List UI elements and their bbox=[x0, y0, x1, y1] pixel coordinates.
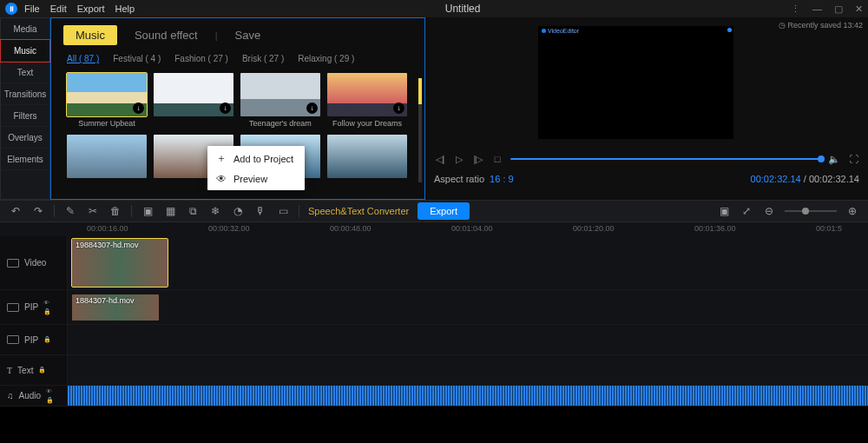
ruler-tick: 00:01:20.00 bbox=[573, 224, 615, 233]
track-lane[interactable] bbox=[68, 325, 868, 354]
pip-clip[interactable]: 1884307-hd.mov bbox=[72, 294, 159, 321]
corner-dot-icon bbox=[727, 28, 732, 32]
video-clip[interactable]: 19884307-hd.mov bbox=[72, 239, 168, 287]
video-track-icon bbox=[7, 259, 19, 268]
crop-icon[interactable]: ▣ bbox=[141, 205, 155, 217]
zoom-in-icon[interactable]: ⊕ bbox=[845, 205, 859, 217]
track-lane[interactable]: 19884307-hd.mov bbox=[68, 236, 868, 289]
timecode-total: 00:02:32.14 bbox=[809, 174, 859, 184]
ctx-preview[interactable]: 👁 Preview bbox=[207, 169, 305, 188]
thumb-label: Teenager's dream bbox=[240, 119, 320, 128]
music-thumb[interactable] bbox=[67, 135, 147, 178]
freeze-icon[interactable]: ❄ bbox=[208, 205, 222, 217]
filter-brisk[interactable]: Brisk ( 27 ) bbox=[242, 54, 284, 64]
zoom-out-icon[interactable]: ⊖ bbox=[762, 205, 776, 217]
screenshot-icon[interactable]: ▣ bbox=[717, 205, 731, 217]
sidebar-item-text[interactable]: Text bbox=[1, 62, 49, 83]
music-thumb[interactable]: ↓ Teenager's dream bbox=[240, 73, 320, 128]
stop-button[interactable]: □ bbox=[491, 153, 503, 165]
plus-icon: ＋ bbox=[216, 151, 227, 166]
sidebar-item-media[interactable]: Media bbox=[1, 18, 49, 40]
sidebar-item-elements[interactable]: Elements bbox=[1, 149, 49, 170]
sidebar-item-transitions[interactable]: Transitions bbox=[1, 83, 49, 105]
volume-icon[interactable]: 🔈 bbox=[828, 153, 840, 165]
eye-icon: 👁 bbox=[216, 173, 227, 185]
filter-all[interactable]: All ( 87 ) bbox=[67, 54, 99, 64]
edit-icon[interactable]: ✎ bbox=[63, 205, 77, 217]
close-icon[interactable]: ✕ bbox=[855, 3, 863, 15]
saved-status: ◷ Recently saved 13:42 bbox=[779, 21, 863, 30]
fullscreen-icon[interactable]: ⛶ bbox=[847, 153, 859, 165]
visibility-icon[interactable]: 👁 bbox=[43, 300, 51, 306]
track-label: Video bbox=[24, 258, 46, 268]
visibility-icon[interactable]: 👁 bbox=[46, 388, 54, 394]
track-lane[interactable] bbox=[68, 355, 868, 385]
text-track-icon: T bbox=[7, 366, 12, 375]
music-thumb[interactable]: ↓ Summer Upbeat bbox=[67, 73, 147, 128]
delete-icon[interactable]: 🗑 bbox=[108, 205, 122, 217]
lock-icon[interactable]: 🔒 bbox=[46, 397, 54, 404]
audio-clip[interactable] bbox=[68, 386, 868, 406]
prev-frame-button[interactable]: ◁| bbox=[434, 153, 446, 165]
export-button[interactable]: Export bbox=[418, 202, 470, 220]
library-scrollbar[interactable] bbox=[418, 78, 422, 182]
menu-edit[interactable]: Edit bbox=[50, 3, 67, 14]
ruler-tick: 00:01:04.00 bbox=[451, 224, 493, 233]
timeline-ruler[interactable]: 00:00:16.00 00:00:32.00 00:00:48.00 00:0… bbox=[0, 222, 868, 236]
minimize-icon[interactable]: — bbox=[812, 3, 822, 15]
zoom-slider[interactable] bbox=[785, 210, 837, 212]
track-lane[interactable] bbox=[68, 386, 868, 406]
panel-tabs: Media Music Text Transitions Filters Ove… bbox=[0, 17, 50, 200]
music-thumb[interactable]: ↓ Follow your Dreams bbox=[327, 73, 407, 128]
download-icon[interactable]: ↓ bbox=[133, 102, 144, 114]
tab-divider: | bbox=[215, 30, 218, 41]
menu-export[interactable]: Export bbox=[77, 3, 105, 14]
filter-relaxing[interactable]: Relaxing ( 29 ) bbox=[298, 54, 354, 64]
music-thumb[interactable] bbox=[327, 135, 407, 178]
lib-tab-music[interactable]: Music bbox=[63, 25, 117, 45]
sidebar-item-overlays[interactable]: Overlays bbox=[1, 127, 49, 149]
progress-slider[interactable] bbox=[510, 158, 821, 160]
more-icon[interactable]: ⋮ bbox=[791, 3, 800, 15]
fit-icon[interactable]: ⤢ bbox=[740, 205, 753, 217]
next-frame-button[interactable]: |▷ bbox=[472, 153, 484, 165]
download-icon[interactable]: ↓ bbox=[220, 102, 231, 114]
timeline-toolbar: ↶ ↷ ✎ ✂ 🗑 ▣ ▦ ⧉ ❄ ◔ 🎙 ▭ Speech&Text Conv… bbox=[0, 200, 868, 222]
redo-icon[interactable]: ↷ bbox=[31, 205, 45, 217]
sidebar-item-music[interactable]: Music bbox=[1, 40, 49, 62]
download-icon[interactable]: ↓ bbox=[393, 102, 404, 114]
mosaic-icon[interactable]: ▦ bbox=[163, 205, 177, 217]
track-lane[interactable]: 1884307-hd.mov bbox=[68, 290, 868, 324]
speech-text-converter-link[interactable]: Speech&Text Converter bbox=[308, 206, 409, 216]
ctx-add-to-project[interactable]: ＋ Add to Project bbox=[207, 148, 305, 169]
track-pip-2: PIP🔒 bbox=[0, 325, 868, 355]
lock-icon[interactable]: 🔒 bbox=[38, 367, 46, 374]
aspect-value[interactable]: 16 : 9 bbox=[490, 174, 514, 184]
cut-icon[interactable]: ✂ bbox=[86, 205, 100, 217]
menu-file[interactable]: File bbox=[24, 3, 40, 14]
audio-track-icon: ♫ bbox=[7, 391, 14, 400]
track-label: PIP bbox=[24, 335, 38, 345]
track-text: TText🔒 bbox=[0, 355, 868, 386]
filter-festival[interactable]: Festival ( 4 ) bbox=[113, 54, 161, 64]
ruler-tick: 00:01:36.00 bbox=[694, 224, 736, 233]
lock-icon[interactable]: 🔒 bbox=[43, 336, 51, 343]
lib-tab-sfx[interactable]: Sound effect bbox=[135, 29, 198, 42]
lock-icon[interactable]: 🔒 bbox=[43, 308, 51, 315]
ruler-tick: 00:00:16.00 bbox=[87, 224, 128, 233]
music-thumb[interactable]: ↓ bbox=[154, 73, 233, 128]
duration-icon[interactable]: ◔ bbox=[231, 205, 245, 217]
maximize-icon[interactable]: ▢ bbox=[834, 3, 843, 15]
presenter-icon[interactable]: ▭ bbox=[276, 205, 290, 217]
play-button[interactable]: ▷ bbox=[453, 153, 465, 165]
split-icon[interactable]: ⧉ bbox=[186, 205, 200, 217]
record-icon[interactable]: 🎙 bbox=[253, 205, 267, 217]
track-audio: ♫Audio👁🔒 bbox=[0, 386, 868, 407]
preview-video[interactable]: VideoEditor bbox=[538, 26, 733, 139]
sidebar-item-filters[interactable]: Filters bbox=[1, 105, 49, 127]
undo-icon[interactable]: ↶ bbox=[9, 205, 23, 217]
lib-tab-save[interactable]: Save bbox=[235, 29, 261, 42]
menu-help[interactable]: Help bbox=[115, 3, 135, 14]
download-icon[interactable]: ↓ bbox=[306, 102, 318, 114]
filter-fashion[interactable]: Fashion ( 27 ) bbox=[174, 54, 228, 64]
